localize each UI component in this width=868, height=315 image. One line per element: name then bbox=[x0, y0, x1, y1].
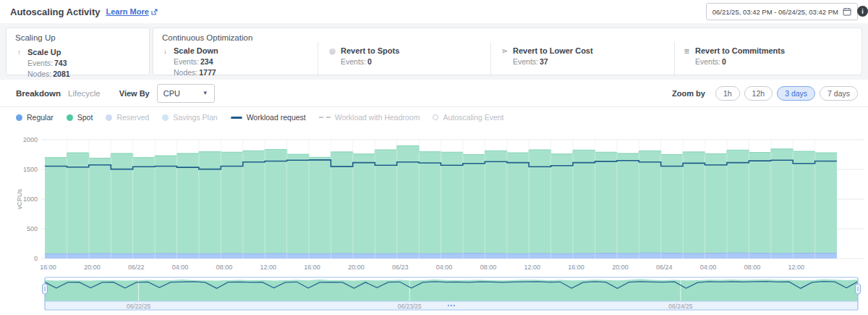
events-value: 0 bbox=[367, 57, 372, 66]
revert-to-spots-stat: ◎ Revert to Spots Events:0 bbox=[318, 42, 490, 77]
view-by-select[interactable]: CPU ▼ bbox=[157, 84, 215, 103]
date-range-picker[interactable]: 06/21/25, 03:42 PM - 06/24/25, 03:42 PM bbox=[706, 3, 858, 20]
events-label: Events: bbox=[174, 57, 199, 66]
top-header: Autoscaling Activity Learn More 06/21/25… bbox=[0, 0, 868, 23]
zoom-option-7days[interactable]: 7 days bbox=[820, 86, 858, 101]
regular-dot-icon bbox=[16, 114, 22, 121]
y-tick-label: 1000 bbox=[23, 196, 38, 203]
scale-down-name: Scale Down bbox=[174, 46, 218, 55]
x-tick-label: 04:00 bbox=[172, 264, 189, 271]
spot-dot-icon bbox=[67, 114, 73, 121]
x-tick-label: 20:00 bbox=[84, 264, 101, 271]
view-by-value: CPU bbox=[163, 89, 180, 98]
external-link-icon bbox=[151, 9, 158, 15]
scaling-up-title: Scaling Up bbox=[7, 28, 149, 42]
continuous-optimization-card: Continuous Optimization ↓ Scale Down Eve… bbox=[153, 28, 862, 75]
nodes-label: Nodes: bbox=[27, 70, 51, 78]
y-tick-label: 1500 bbox=[23, 166, 38, 173]
x-tick-label: 16:00 bbox=[568, 264, 584, 271]
legend-spot[interactable]: Spot bbox=[67, 113, 93, 122]
scale-up-head: ↑ Scale Up bbox=[15, 48, 149, 56]
x-tick-label: 16:00 bbox=[40, 264, 56, 271]
revert-to-lower-cost-events: Events:37 bbox=[513, 57, 674, 66]
zoom-by-label: Zoom by bbox=[672, 89, 705, 98]
brush-date-label: 06/23/25 bbox=[398, 303, 422, 310]
reserved-dot-icon bbox=[106, 114, 112, 121]
legend-savings-plan[interactable]: Savings Plan bbox=[162, 113, 217, 122]
stats-strip: Scaling Up ↑ Scale Up Events:743 Nodes:2… bbox=[0, 23, 868, 80]
events-value: 234 bbox=[200, 57, 213, 66]
x-tick-label: 04:00 bbox=[700, 264, 717, 271]
revert-to-spots-name: Revert to Spots bbox=[341, 46, 399, 55]
spot-target-icon: ◎ bbox=[328, 47, 336, 55]
y-tick-label: 0 bbox=[34, 255, 38, 262]
scale-down-events: Events:234 bbox=[174, 57, 318, 66]
x-tick-label: 06/24 bbox=[656, 264, 673, 271]
legend-autoscaling-event-label: Autoscaling Event bbox=[443, 113, 503, 122]
legend-workload-headroom-label: Workload with Headroom bbox=[335, 113, 420, 122]
legend-workload-request[interactable]: Workload request bbox=[231, 113, 306, 122]
main-chart[interactable]: 0500100015002000vCPUs16:0020:0006/2204:0… bbox=[0, 133, 868, 274]
x-tick-label: 06/22 bbox=[128, 264, 145, 271]
legend-savings-plan-label: Savings Plan bbox=[173, 113, 217, 122]
nodes-value: 1777 bbox=[199, 68, 216, 77]
legend-regular[interactable]: Regular bbox=[16, 113, 54, 122]
revert-to-spots-events: Events:0 bbox=[341, 57, 490, 66]
x-tick-label: 08:00 bbox=[216, 264, 233, 271]
events-label: Events: bbox=[341, 57, 366, 66]
chart-controls-row: Breakdown Lifecycle View By CPU ▼ Zoom b… bbox=[0, 80, 868, 107]
revert-to-spots-head: ◎ Revert to Spots bbox=[328, 46, 490, 55]
tab-breakdown[interactable]: Breakdown bbox=[16, 89, 61, 98]
autoscaling-event-ring-icon bbox=[433, 114, 438, 120]
learn-more-link[interactable]: Learn More bbox=[106, 7, 157, 16]
calendar-icon bbox=[843, 7, 851, 16]
autoscaling-activity-page: Autoscaling Activity Learn More 06/21/25… bbox=[0, 0, 868, 315]
revert-to-commitments-events: Events:0 bbox=[695, 57, 861, 66]
continuous-optimization-title: Continuous Optimization bbox=[153, 28, 861, 42]
scale-down-head: ↓ Scale Down bbox=[161, 46, 318, 55]
continuous-optimization-items: ↓ Scale Down Events:234 Nodes:1777 ◎ Rev… bbox=[153, 42, 861, 77]
x-tick-label: 08:00 bbox=[480, 264, 497, 271]
legend-workload-request-label: Workload request bbox=[247, 113, 306, 122]
headroom-dash-icon bbox=[319, 117, 331, 118]
info-icon[interactable]: i bbox=[857, 6, 868, 17]
x-tick-label: 06/23 bbox=[392, 264, 409, 271]
zoom-option-1h[interactable]: 1h bbox=[715, 86, 740, 101]
brush-spot-area bbox=[45, 280, 858, 301]
revert-to-lower-cost-head: ⋗ Revert to Lower Cost bbox=[501, 46, 674, 55]
workload-request-line-icon bbox=[231, 117, 242, 119]
brush-date-label: 06/22/25 bbox=[127, 303, 150, 310]
events-value: 37 bbox=[540, 57, 548, 66]
tab-lifecycle[interactable]: Lifecycle bbox=[68, 89, 101, 98]
nodes-value: 2081 bbox=[53, 70, 69, 78]
savings-plan-dot-icon bbox=[162, 114, 169, 121]
brush-grip-icon[interactable] bbox=[454, 305, 455, 306]
brush-date-label: 06/24/25 bbox=[668, 303, 692, 310]
brush-navigator[interactable]: 06/22/2506/23/2506/24/25 bbox=[0, 274, 868, 315]
y-tick-label: 2000 bbox=[23, 136, 38, 143]
scale-up-name: Scale Up bbox=[27, 48, 61, 56]
brush-grip-icon[interactable] bbox=[451, 305, 452, 306]
legend-regular-label: Regular bbox=[27, 113, 54, 122]
legend-reserved[interactable]: Reserved bbox=[106, 113, 149, 122]
chart-legend: Regular Spot Reserved Savings Plan Workl… bbox=[16, 113, 504, 122]
legend-reserved-label: Reserved bbox=[116, 113, 149, 122]
chevron-down-icon: ▼ bbox=[203, 90, 208, 96]
events-label: Events: bbox=[695, 57, 720, 66]
legend-workload-headroom[interactable]: Workload with Headroom bbox=[319, 113, 420, 122]
y-tick-label: 500 bbox=[27, 225, 38, 232]
legend-autoscaling-event[interactable]: Autoscaling Event bbox=[433, 113, 503, 122]
scale-up-nodes: Nodes:2081 bbox=[27, 70, 149, 78]
learn-more-label: Learn More bbox=[106, 7, 148, 16]
x-tick-label: 16:00 bbox=[304, 264, 320, 271]
zoom-option-12h[interactable]: 12h bbox=[744, 86, 773, 101]
revert-to-lower-cost-stat: ⋗ Revert to Lower Cost Events:37 bbox=[490, 42, 674, 77]
brush-grip-icon[interactable] bbox=[448, 305, 449, 306]
x-tick-label: 12:00 bbox=[524, 264, 540, 271]
scale-up-events: Events:743 bbox=[27, 59, 149, 67]
zoom-option-3days[interactable]: 3 days bbox=[777, 86, 815, 101]
nodes-label: Nodes: bbox=[174, 68, 197, 77]
view-by-label: View By bbox=[119, 89, 150, 98]
revert-to-lower-cost-name: Revert to Lower Cost bbox=[513, 46, 593, 55]
arrow-box-icon: ⋗ bbox=[501, 47, 509, 55]
